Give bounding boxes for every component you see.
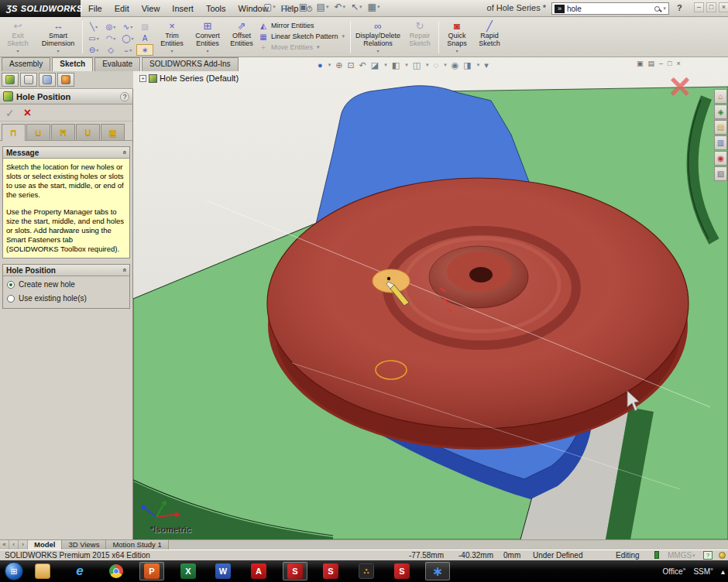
- menu-view[interactable]: View: [136, 2, 167, 15]
- search-scope-icon[interactable]: »: [555, 5, 565, 13]
- zoom-fit-icon[interactable]: ⊕: [335, 60, 342, 70]
- design-library-tab[interactable]: ◈: [714, 104, 727, 119]
- start-button[interactable]: ⊞: [5, 562, 23, 580]
- search-dropdown[interactable]: ▾: [663, 5, 666, 12]
- move-entities-button[interactable]: +Move Entities▾: [259, 42, 347, 53]
- sketch-point[interactable]: [387, 277, 390, 280]
- tray-expand-icon[interactable]: ▴: [721, 567, 725, 576]
- zoom-area-icon[interactable]: ⊡: [347, 60, 354, 70]
- featuremanager-tab[interactable]: [2, 73, 19, 87]
- taskbar-solidworks-visualize[interactable]: S: [390, 562, 414, 580]
- ssm-toolbar-label[interactable]: SSM»: [693, 567, 713, 576]
- orbit-icon[interactable]: ●: [318, 60, 323, 70]
- solidworks-resources-tab[interactable]: ⌂: [714, 89, 727, 104]
- office-toolbar-label[interactable]: Office»: [663, 567, 686, 576]
- propertymanager-tab[interactable]: [20, 73, 37, 87]
- graphics-viewport[interactable]: ● ▾ ⊕ ⊡ ↶ ◪ ▾ ◧ ▾ ◫ ▾ ◌ ▾ ◉ ◨ ▾ ▾ ▣ ▤ – …: [133, 57, 728, 539]
- search-icon[interactable]: [654, 6, 660, 12]
- circle-tool-button[interactable]: ◎▾: [102, 21, 119, 33]
- split-view-icon[interactable]: ▣: [637, 60, 644, 67]
- tab-3d-views[interactable]: 3D Views: [62, 540, 106, 549]
- menu-file[interactable]: File: [82, 2, 108, 15]
- radio-selected-icon[interactable]: [7, 281, 15, 289]
- search-input[interactable]: hole: [567, 5, 652, 13]
- tab-sketch[interactable]: Sketch: [52, 57, 93, 71]
- slot-tab[interactable]: U: [76, 124, 100, 140]
- file-explorer-tab[interactable]: ▤: [714, 120, 727, 135]
- tab-scroll-left-button[interactable]: ‹: [9, 540, 19, 549]
- smart-dimension-button[interactable]: ↔ Smart Dimension ▾: [36, 20, 81, 53]
- hide-show-items-icon[interactable]: ◌: [434, 60, 439, 70]
- convert-entities-button[interactable]: ⊞ Convert Entities ▾: [191, 20, 225, 53]
- units-selector[interactable]: MMGS: [668, 551, 692, 560]
- menu-edit[interactable]: Edit: [108, 2, 136, 15]
- tree-root-label[interactable]: Hole Series (Default): [160, 74, 239, 83]
- menu-insert[interactable]: Insert: [166, 2, 200, 15]
- polygon-tool-button[interactable]: ◇: [102, 44, 119, 56]
- save-button[interactable]: ▣▾: [297, 2, 313, 12]
- tab-scroll-right-button[interactable]: ›: [19, 540, 28, 549]
- smart-fasteners-tab[interactable]: ▣: [101, 124, 125, 140]
- taskbar-solidworks-composer[interactable]: ∴: [354, 562, 379, 580]
- displaymanager-tab[interactable]: [57, 73, 74, 87]
- sketch-picture-button[interactable]: ▨: [136, 21, 153, 33]
- appearances-scenes-tab[interactable]: ◉: [714, 151, 727, 166]
- taskbar-excel[interactable]: X: [176, 562, 201, 580]
- rectangle-tool-button[interactable]: ▭▾: [85, 33, 102, 44]
- tab-evaluate[interactable]: Evaluate: [94, 57, 140, 71]
- taskbar-chrome[interactable]: [104, 562, 129, 580]
- tab-scroll-first-button[interactable]: «: [0, 540, 9, 549]
- options-button[interactable]: ▦▾: [366, 2, 382, 12]
- first-part-tab[interactable]: ⊓: [2, 124, 26, 141]
- point-tool-button[interactable]: ∗: [136, 44, 153, 56]
- taskbar-powerpoint[interactable]: P: [139, 562, 164, 580]
- new-document-button[interactable]: ▢▾: [262, 2, 277, 12]
- hole-position-section-header[interactable]: Hole Position «: [3, 265, 129, 276]
- pane-view-icon[interactable]: ▤: [648, 60, 655, 67]
- tab-assembly[interactable]: Assembly: [2, 57, 50, 71]
- undo-button[interactable]: ↶▾: [332, 2, 347, 12]
- rapid-sketch-button[interactable]: ╱ Rapid Sketch: [474, 20, 505, 48]
- taskbar-solidworks-electrical[interactable]: S: [318, 562, 343, 580]
- fillet-tool-button[interactable]: ⌣▾: [119, 44, 136, 56]
- search-box[interactable]: » hole ▾: [551, 2, 669, 15]
- radio-unselected-icon[interactable]: [7, 295, 15, 303]
- create-new-hole-option[interactable]: Create new hole: [7, 280, 125, 289]
- tree-expand-icon[interactable]: +: [139, 75, 146, 82]
- taskbar-solidworks-2015[interactable]: S: [283, 562, 307, 580]
- view-orientation-icon[interactable]: ◧: [392, 60, 400, 70]
- minimize-button[interactable]: –: [694, 2, 704, 12]
- message-section-header[interactable]: Message «: [3, 147, 129, 159]
- collapse-chevron-icon[interactable]: «: [120, 269, 128, 272]
- feature-tree-root[interactable]: + Hole Series (Default): [139, 74, 239, 83]
- display-style-icon[interactable]: ◫: [413, 60, 421, 70]
- tab-solidworks-add-ins[interactable]: SOLIDWORKS Add-Ins: [142, 57, 238, 71]
- cancel-command-button[interactable]: ×: [669, 68, 691, 105]
- ellipse-tool-button[interactable]: ◯▾: [119, 33, 136, 44]
- mirror-entities-button[interactable]: ◭Mirror Entities: [259, 20, 347, 31]
- previous-view-icon[interactable]: ↶: [359, 60, 366, 70]
- custom-properties-tab[interactable]: ▧: [714, 166, 727, 181]
- doc-minimize-button[interactable]: –: [659, 60, 663, 67]
- close-button[interactable]: ×: [719, 2, 728, 12]
- restore-button[interactable]: □: [706, 2, 716, 12]
- taskbar-acrobat[interactable]: A: [246, 562, 271, 580]
- use-existing-hole-option[interactable]: Use existing hole(s): [7, 294, 125, 303]
- sketch-text-button[interactable]: A: [136, 33, 153, 44]
- taskbar-internet-explorer[interactable]: e: [67, 562, 92, 580]
- units-dropdown-icon[interactable]: ▾: [692, 553, 695, 559]
- offset-entities-button[interactable]: ⇗ Offset Entities: [226, 20, 257, 48]
- display-delete-relations-button[interactable]: ∞ Display/Delete Relations ▾: [355, 20, 401, 53]
- apply-scene-icon[interactable]: ◨: [463, 60, 471, 70]
- ok-button[interactable]: ✓: [5, 107, 15, 119]
- menu-tools[interactable]: Tools: [200, 2, 232, 15]
- taskbar-word[interactable]: W: [211, 562, 235, 580]
- model-view[interactable]: [133, 57, 728, 539]
- configurationmanager-tab[interactable]: [39, 73, 56, 87]
- print-button[interactable]: ▤▾: [315, 2, 331, 12]
- section-view-icon[interactable]: ◪: [371, 60, 379, 70]
- arc-tool-button[interactable]: ◠▾: [102, 33, 119, 44]
- panel-help-button[interactable]: ?: [120, 92, 129, 101]
- collapse-chevron-icon[interactable]: «: [120, 150, 128, 154]
- select-button[interactable]: ↖▾: [349, 2, 364, 12]
